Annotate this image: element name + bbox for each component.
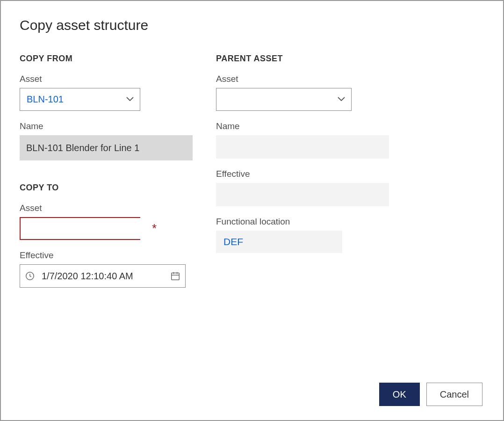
parent-asset-name-value	[216, 135, 389, 159]
svg-rect-1	[172, 273, 180, 280]
parent-asset-name-group: Name	[216, 121, 389, 159]
parent-asset-effective-value	[216, 183, 389, 206]
copy-from-name-value: BLN-101 Blender for Line 1	[20, 135, 193, 160]
parent-asset-header: PARENT ASSET	[216, 54, 389, 64]
parent-asset-effective-group: Effective	[216, 169, 389, 206]
copy-to-asset-input[interactable]	[21, 218, 152, 239]
right-column: PARENT ASSET Asset Name Effective	[216, 54, 389, 383]
parent-asset-funcloc-label: Functional location	[216, 217, 389, 227]
parent-asset-select[interactable]	[216, 88, 352, 111]
dialog-columns: COPY FROM Asset Name BLN-101 Blender for…	[20, 54, 484, 383]
parent-asset-input[interactable]	[216, 88, 352, 111]
clock-icon	[25, 271, 35, 281]
copy-to-effective-group: Effective	[20, 250, 193, 288]
parent-asset-funcloc-group: Functional location DEF	[216, 217, 389, 253]
parent-asset-effective-label: Effective	[216, 169, 389, 179]
copy-to-asset-label: Asset	[20, 203, 193, 213]
dialog-title: Copy asset structure	[20, 17, 484, 33]
copy-asset-structure-dialog: Copy asset structure COPY FROM Asset Nam…	[0, 0, 504, 421]
cancel-button[interactable]: Cancel	[426, 383, 482, 406]
copy-from-asset-input[interactable]	[20, 88, 140, 111]
left-column: COPY FROM Asset Name BLN-101 Blender for…	[20, 54, 193, 383]
copy-to-asset-group: Asset *	[20, 203, 193, 240]
copy-from-name-label: Name	[20, 121, 193, 131]
copy-from-header: COPY FROM	[20, 54, 193, 64]
dialog-button-row: OK Cancel	[20, 383, 484, 406]
ok-button[interactable]: OK	[379, 383, 420, 406]
copy-to-effective-input[interactable]	[42, 271, 170, 282]
copy-to-asset-field[interactable]: *	[20, 217, 140, 240]
copy-to-effective-field[interactable]	[20, 264, 186, 288]
copy-from-asset-group: Asset	[20, 74, 193, 111]
parent-asset-name-label: Name	[216, 121, 389, 131]
copy-from-name-group: Name BLN-101 Blender for Line 1	[20, 121, 193, 160]
copy-to-effective-label: Effective	[20, 250, 193, 261]
copy-to-header: COPY TO	[20, 183, 193, 193]
copy-from-asset-select[interactable]	[20, 88, 140, 111]
calendar-icon[interactable]	[170, 271, 180, 281]
parent-asset-funcloc-value[interactable]: DEF	[216, 231, 342, 253]
parent-asset-asset-group: Asset	[216, 74, 389, 111]
parent-asset-asset-label: Asset	[216, 74, 389, 84]
copy-from-asset-label: Asset	[20, 74, 193, 84]
required-asterisk-icon: *	[152, 221, 163, 236]
